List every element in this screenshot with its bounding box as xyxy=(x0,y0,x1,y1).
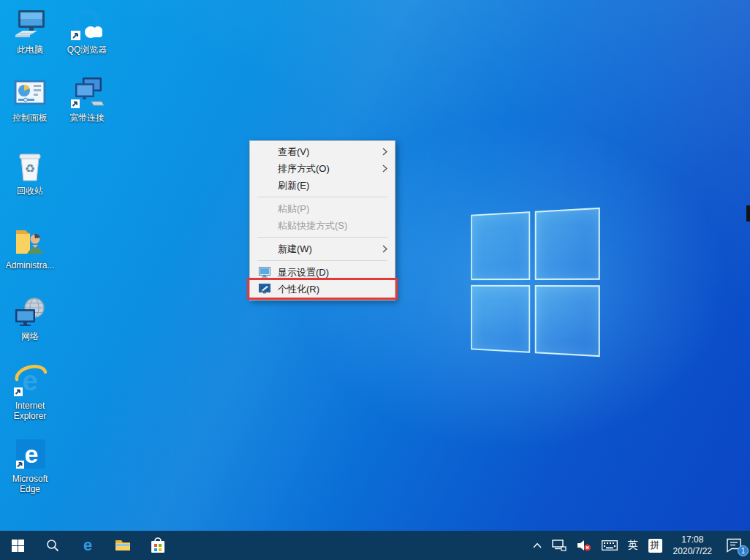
svg-text:e: e xyxy=(83,537,92,554)
touch-keyboard-icon xyxy=(602,540,618,550)
logo-pane xyxy=(534,285,600,357)
clock-date: 2020/7/22 xyxy=(673,545,712,557)
network-tray-button[interactable] xyxy=(547,531,572,560)
menu-item-personalize[interactable]: 个性化(R) xyxy=(250,281,395,298)
desktop-icon-label: Administra... xyxy=(1,260,58,270)
desktop-icon-recycle-bin[interactable]: ♻ 回收站 xyxy=(1,148,58,196)
chevron-up-icon xyxy=(533,542,542,548)
logo-pane xyxy=(471,284,530,352)
recycle-bin-icon: ♻ xyxy=(12,148,48,183)
internet-explorer-icon: e xyxy=(12,363,48,398)
display-settings-icon xyxy=(259,267,270,278)
menu-item-refresh[interactable]: 刷新(E) xyxy=(250,177,395,194)
start-button[interactable] xyxy=(0,531,35,560)
desktop-icon-broadband[interactable]: 宽带连接 xyxy=(58,75,115,123)
clock-time: 17:08 xyxy=(673,534,712,545)
menu-item-paste[interactable]: 粘贴(P) xyxy=(250,200,395,217)
desktop-icon-network[interactable]: 网络 xyxy=(1,294,58,341)
action-center-button[interactable]: 1 xyxy=(718,531,750,560)
desktop-icon-microsoft-edge[interactable]: e Microsoft Edge xyxy=(1,436,58,495)
broadband-icon xyxy=(69,75,105,110)
svg-text:e: e xyxy=(22,366,37,396)
menu-item-paste-shortcut[interactable]: 粘贴快捷方式(S) xyxy=(250,217,395,234)
submenu-arrow-icon xyxy=(382,148,387,156)
svg-text:♻: ♻ xyxy=(25,162,35,175)
edge-taskbar-button[interactable]: e xyxy=(70,531,105,560)
screen-edge-artifact xyxy=(746,205,750,222)
this-pc-icon xyxy=(12,7,48,42)
menu-item-new[interactable]: 新建(W) xyxy=(250,241,395,257)
logo-pane xyxy=(534,208,600,280)
edge-icon: e xyxy=(79,537,96,554)
ime-language-indicator[interactable]: 英 xyxy=(623,531,643,560)
logo-pane xyxy=(471,211,530,279)
volume-muted-icon xyxy=(577,539,591,552)
menu-separator xyxy=(257,260,387,261)
search-icon xyxy=(46,539,59,552)
microsoft-store-icon xyxy=(150,537,166,554)
tray-chevron-button[interactable] xyxy=(528,531,547,560)
desktop-icon-internet-explorer[interactable]: e Internet Explorer xyxy=(1,363,58,422)
system-tray: 英 拼 17:08 2020/7/22 1 xyxy=(528,531,750,560)
svg-text:e: e xyxy=(25,440,39,468)
menu-item-sort-by[interactable]: 排序方式(O) xyxy=(250,160,395,177)
volume-tray-button[interactable] xyxy=(572,531,596,560)
menu-item-view[interactable]: 查看(V) xyxy=(250,143,395,160)
qq-browser-icon xyxy=(69,7,105,42)
windows-start-icon xyxy=(12,540,24,552)
touch-keyboard-button[interactable] xyxy=(596,531,623,560)
desktop-icon-label: Internet Explorer xyxy=(1,401,58,422)
submenu-arrow-icon xyxy=(382,245,387,253)
ime-mode-indicator[interactable]: 拼 xyxy=(643,531,667,560)
taskbar-clock[interactable]: 17:08 2020/7/22 xyxy=(667,534,718,557)
desktop-icon-qq-browser[interactable]: QQ浏览器 xyxy=(58,7,115,55)
store-button[interactable] xyxy=(140,531,175,560)
menu-item-display-settings[interactable]: 显示设置(D) xyxy=(250,264,395,281)
file-explorer-icon xyxy=(114,537,132,554)
menu-separator xyxy=(257,197,387,197)
personalize-icon xyxy=(259,284,270,295)
desktop[interactable]: 此电脑 QQ浏览器 控制面板 xyxy=(0,0,750,560)
desktop-icon-label: Microsoft Edge xyxy=(1,474,58,495)
desktop-icon-label: 网络 xyxy=(1,331,58,341)
desktop-icon-label: QQ浏览器 xyxy=(58,45,115,55)
search-button[interactable] xyxy=(35,531,70,560)
file-explorer-button[interactable] xyxy=(105,531,140,560)
desktop-icon-label: 控制面板 xyxy=(1,113,58,123)
menu-separator xyxy=(257,237,387,238)
desktop-icon-this-pc[interactable]: 此电脑 xyxy=(1,7,58,55)
notification-badge: 1 xyxy=(738,545,749,556)
control-panel-icon xyxy=(12,75,48,110)
admin-folder-icon xyxy=(12,223,48,258)
microsoft-edge-icon: e xyxy=(12,436,48,472)
windows-logo-wallpaper xyxy=(471,208,600,357)
taskbar: e xyxy=(0,531,750,560)
desktop-icon-label: 宽带连接 xyxy=(58,113,115,123)
desktop-icon-control-panel[interactable]: 控制面板 xyxy=(1,75,58,123)
context-menu: 查看(V) 排序方式(O) 刷新(E) 粘贴(P) 粘贴快捷方式(S) 新建(W… xyxy=(249,140,395,300)
desktop-icon-label: 回收站 xyxy=(1,186,58,196)
network-icon xyxy=(12,294,48,329)
ethernet-network-icon xyxy=(552,539,567,552)
desktop-icon-admin-folder[interactable]: Administra... xyxy=(1,223,58,270)
submenu-arrow-icon xyxy=(382,164,387,173)
desktop-icon-label: 此电脑 xyxy=(1,45,58,55)
ime-mode-badge: 拼 xyxy=(648,539,662,553)
